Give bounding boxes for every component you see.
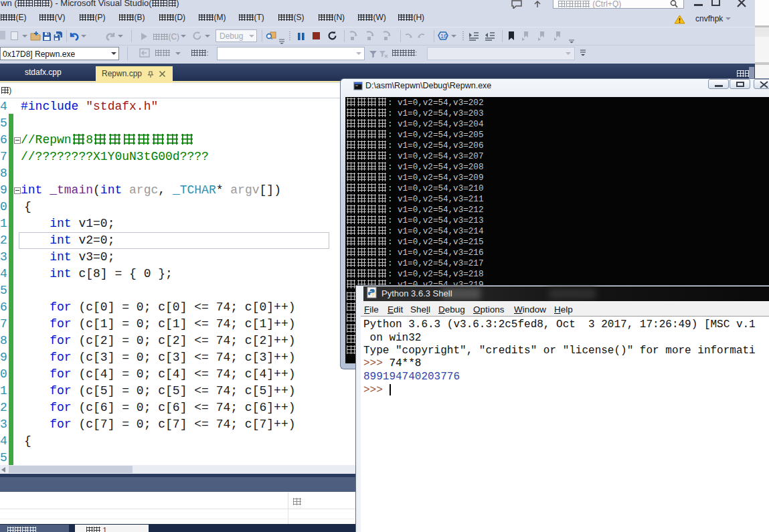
svg-text:16: 16 — [440, 33, 447, 39]
